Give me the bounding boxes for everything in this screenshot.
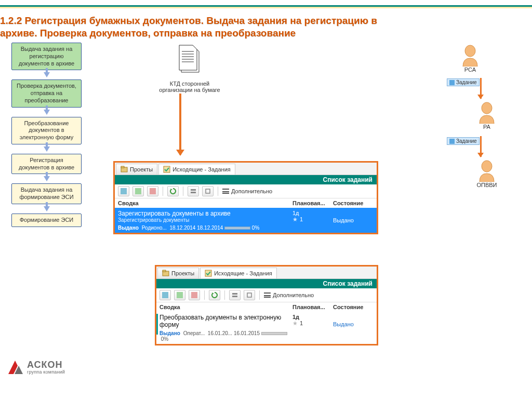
toolbar-button-2[interactable] bbox=[174, 290, 185, 300]
arrow-down-icon bbox=[44, 147, 50, 152]
logo-mark-icon bbox=[7, 360, 24, 375]
toolbar-button-2[interactable] bbox=[132, 186, 144, 196]
paper-documents-icon: КТД сторонней организации на бумаге bbox=[158, 44, 221, 93]
task-panel-convert: Проекты Исходящие - Задания Список задан… bbox=[155, 265, 378, 345]
svg-rect-22 bbox=[247, 293, 251, 297]
toolbar-refresh[interactable] bbox=[209, 290, 220, 300]
list-title: Список заданий bbox=[156, 279, 377, 288]
svg-rect-12 bbox=[191, 192, 196, 193]
star-icon: ★ bbox=[292, 320, 298, 326]
task-panel-register: Проекты Исходящие - Задания Список задан… bbox=[113, 161, 378, 234]
list-title: Список заданий bbox=[115, 175, 377, 184]
actor-opvvi: ОПВВИ bbox=[471, 160, 502, 188]
svg-point-23 bbox=[465, 45, 475, 57]
flow-step-6: Формирование ЭСИ bbox=[11, 214, 82, 227]
column-headers: Сводка Плановая... Состояние bbox=[115, 198, 377, 208]
svg-rect-16 bbox=[205, 270, 211, 276]
svg-rect-13 bbox=[206, 189, 210, 193]
tab-outgoing-tasks[interactable]: Исходящие - Задания bbox=[158, 164, 235, 175]
toolbar-button-1[interactable] bbox=[118, 186, 129, 196]
svg-rect-11 bbox=[191, 189, 196, 191]
arrow-down-icon bbox=[44, 206, 50, 211]
task-tag-icon bbox=[449, 139, 455, 144]
process-flow: Выдача задания на регистрацию документов… bbox=[11, 43, 82, 227]
toolbar-button-5[interactable] bbox=[229, 290, 241, 300]
toolbar-button-6[interactable] bbox=[244, 290, 255, 300]
flow-step-5: Выдача задания на формирование ЭСИ bbox=[11, 183, 82, 204]
toolbar: Дополнительно bbox=[115, 184, 377, 198]
ascon-logo: АСКОН группа компаний bbox=[7, 360, 65, 375]
svg-rect-6 bbox=[121, 166, 124, 168]
arrow-down-icon bbox=[44, 72, 50, 77]
task-row-selected[interactable]: Зарегистрировать документы в архиве Заре… bbox=[115, 208, 377, 233]
page-title: 1.2.2 Регистрация бумажных документов. В… bbox=[0, 15, 416, 39]
tab-outgoing-tasks[interactable]: Исходящие - Задания bbox=[200, 268, 277, 278]
flow-step-3: Преобразование документов в электронную … bbox=[11, 117, 82, 144]
svg-point-25 bbox=[482, 161, 492, 172]
arrow-down-icon bbox=[44, 110, 50, 115]
tasks-icon bbox=[163, 166, 170, 173]
arrow-down-icon bbox=[480, 136, 482, 157]
svg-rect-15 bbox=[163, 270, 166, 272]
projects-icon bbox=[162, 270, 169, 277]
hamburger-icon bbox=[222, 189, 229, 194]
task-tag-icon bbox=[449, 80, 455, 85]
svg-rect-21 bbox=[232, 296, 237, 297]
tab-outgoing-tasks-label: Исходящие - Задания bbox=[172, 166, 231, 172]
svg-rect-9 bbox=[135, 188, 141, 194]
toolbar-more[interactable]: Дополнительно bbox=[264, 292, 314, 298]
actor-rsa: РСА bbox=[455, 45, 486, 73]
svg-rect-20 bbox=[232, 293, 237, 295]
tab-projects[interactable]: Проекты bbox=[157, 268, 199, 278]
task-tag: Задание bbox=[447, 137, 480, 145]
svg-rect-10 bbox=[150, 188, 156, 194]
svg-rect-18 bbox=[177, 292, 183, 298]
toolbar-button-3[interactable] bbox=[189, 290, 200, 300]
paper-documents-caption: КТД сторонней организации на бумаге bbox=[158, 81, 221, 93]
svg-rect-8 bbox=[121, 188, 127, 194]
svg-rect-7 bbox=[164, 166, 170, 172]
svg-point-24 bbox=[482, 102, 492, 114]
toolbar-button-6[interactable] bbox=[202, 186, 214, 196]
tab-projects-label: Проекты bbox=[130, 166, 153, 172]
toolbar-refresh[interactable] bbox=[167, 186, 179, 196]
star-icon: ★ bbox=[292, 216, 298, 222]
projects-icon bbox=[121, 166, 128, 173]
flow-step-1: Выдача задания на регистрацию документов… bbox=[11, 43, 82, 70]
flow-step-4: Регистрация документов в архиве bbox=[11, 154, 82, 175]
task-tag: Задание bbox=[447, 78, 480, 86]
toolbar-more[interactable]: Дополнительно bbox=[222, 188, 272, 194]
actor-ra: РА bbox=[471, 102, 502, 130]
arrow-down-icon bbox=[480, 78, 482, 99]
row-marker-icon bbox=[156, 314, 158, 335]
svg-rect-19 bbox=[191, 292, 197, 298]
arrow-down-icon bbox=[179, 94, 181, 155]
hamburger-icon bbox=[264, 292, 271, 298]
task-row[interactable]: Преобразовать документы в электронную фо… bbox=[156, 312, 377, 344]
toolbar-button-5[interactable] bbox=[188, 186, 199, 196]
tasks-icon bbox=[205, 270, 212, 277]
arrow-down-icon bbox=[44, 176, 50, 181]
toolbar-button-1[interactable] bbox=[159, 290, 171, 300]
tab-projects[interactable]: Проекты bbox=[116, 164, 157, 175]
toolbar-button-3[interactable] bbox=[147, 186, 158, 196]
state-link[interactable]: Выдано bbox=[333, 321, 354, 327]
svg-rect-17 bbox=[162, 292, 168, 298]
flow-step-2: Проверка документов, отправка на преобра… bbox=[11, 79, 82, 107]
